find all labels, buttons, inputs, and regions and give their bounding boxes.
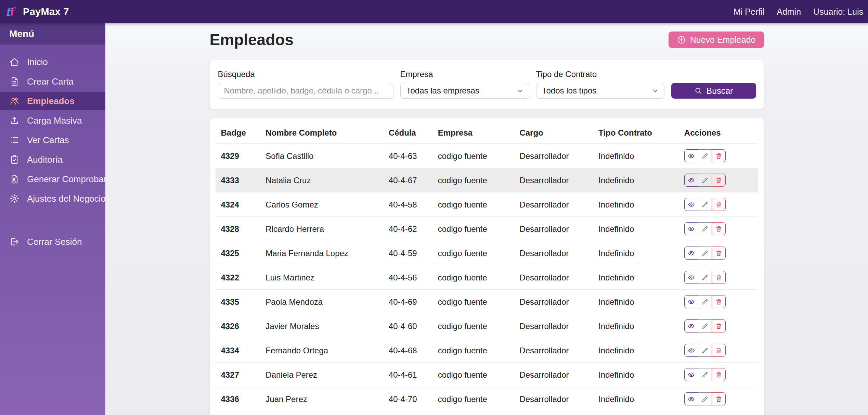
eye-icon [688, 347, 695, 354]
table-row: 4335Paola Mendoza40-4-69codigo fuenteDes… [216, 290, 758, 314]
cell-actions [679, 265, 758, 290]
sidebar-item-label: Generar Comprobantes [27, 174, 120, 185]
cell-cedula: 40-4-56 [383, 265, 432, 290]
cell-badge: 4324 [216, 192, 260, 217]
search-input[interactable] [218, 83, 393, 99]
edit-button[interactable] [698, 295, 712, 308]
cell-actions [679, 192, 758, 217]
delete-button[interactable] [712, 295, 726, 308]
cell-badge: 4334 [216, 338, 260, 363]
cell-contract: Indefinido [593, 387, 679, 411]
cell-contract: Indefinido [593, 290, 679, 314]
sidebar-item-generar-comprobantes[interactable]: Generar Comprobantes [0, 170, 105, 188]
view-button[interactable] [684, 344, 698, 357]
table-row: 4328Ricardo Herrera40-4-62codigo fuenteD… [216, 217, 758, 241]
topnav-admin[interactable]: Admin [777, 7, 801, 17]
trash-icon [715, 177, 722, 184]
eye-icon [688, 298, 695, 305]
delete-button[interactable] [712, 392, 726, 405]
sidebar-item-cerrar-sesion[interactable]: Cerrar Sesión [0, 233, 105, 251]
topnav-mi-perfil[interactable]: Mi Perfil [734, 7, 764, 17]
sidebar-item-ajustes-del-negocio[interactable]: Ajustes del Negocio [0, 190, 105, 208]
edit-button[interactable] [698, 174, 712, 187]
cell-actions [679, 387, 758, 411]
cell-name: Alejandro Ramirez [260, 411, 383, 415]
delete-button[interactable] [712, 271, 726, 284]
edit-button[interactable] [698, 392, 712, 405]
row-action-group [684, 392, 753, 405]
pencil-icon [701, 371, 709, 378]
search-button-label: Buscar [707, 86, 733, 96]
cell-contract: Indefinido [593, 192, 679, 217]
sidebar-divider [9, 223, 96, 223]
delete-button[interactable] [712, 222, 726, 235]
page-header: Empleados Nuevo Empleado [210, 30, 764, 49]
cell-company: codigo fuente [432, 314, 514, 338]
sidebar-item-empleados[interactable]: Empleados [0, 92, 105, 110]
edit-button[interactable] [698, 368, 712, 381]
cell-contract: Indefinido [593, 314, 679, 338]
view-button[interactable] [684, 198, 698, 211]
sidebar-item-crear-carta[interactable]: Crear Carta [0, 73, 105, 90]
cell-name: Juan Perez [260, 387, 383, 411]
chevron-down-icon [516, 87, 524, 95]
edit-button[interactable] [698, 247, 712, 260]
cell-company: codigo fuente [432, 363, 514, 387]
sidebar-item-inicio[interactable]: Inicio [0, 53, 105, 71]
view-button[interactable] [684, 174, 698, 187]
delete-button[interactable] [712, 198, 726, 211]
table-row: 4324Carlos Gomez40-4-58codigo fuenteDesa… [216, 192, 758, 217]
cell-badge: 4335 [216, 290, 260, 314]
edit-button[interactable] [698, 319, 712, 332]
edit-button[interactable] [698, 344, 712, 357]
pencil-icon [701, 395, 709, 403]
trash-icon [715, 274, 722, 281]
view-button[interactable] [684, 271, 698, 284]
sidebar-item-label: Cerrar Sesión [27, 237, 82, 247]
view-button[interactable] [684, 368, 698, 381]
table-row: 4329Sofia Castillo40-4-63codigo fuenteDe… [216, 144, 758, 168]
edit-button[interactable] [698, 198, 712, 211]
sidebar-item-ver-cartas[interactable]: Ver Cartas [0, 131, 105, 149]
edit-button[interactable] [698, 149, 712, 162]
view-button[interactable] [684, 392, 698, 405]
search-button[interactable]: Buscar [671, 83, 756, 99]
pencil-icon [701, 347, 709, 354]
cell-badge: 4328 [216, 217, 260, 241]
cell-cedula: 40-4-68 [383, 338, 432, 363]
list-icon [9, 135, 20, 145]
edit-button[interactable] [698, 271, 712, 284]
view-button[interactable] [684, 247, 698, 260]
cell-position: Desarrollador [514, 168, 593, 192]
topnav: Mi Perfil Admin Usuario: Luis [734, 7, 865, 17]
view-button[interactable] [684, 319, 698, 332]
row-action-group [684, 247, 753, 260]
sidebar-item-label: Ajustes del Negocio [27, 193, 106, 204]
delete-button[interactable] [712, 319, 726, 332]
eye-icon [688, 274, 695, 281]
eye-icon [688, 152, 695, 160]
sidebar-title: Menú [0, 23, 105, 45]
delete-button[interactable] [712, 174, 726, 187]
delete-button[interactable] [712, 344, 726, 357]
row-action-group [684, 344, 753, 357]
contract-select[interactable]: Todos los tipos [536, 83, 664, 99]
new-employee-button[interactable]: Nuevo Empleado [669, 32, 764, 48]
edit-button[interactable] [698, 222, 712, 235]
company-select[interactable]: Todas las empresas [400, 83, 529, 99]
view-button[interactable] [684, 295, 698, 308]
sidebar-item-carga-masiva[interactable]: Carga Masiva [0, 112, 105, 129]
cell-contract: Indefinido [593, 217, 679, 241]
delete-button[interactable] [712, 247, 726, 260]
table-row: 4322Luis Martinez40-4-56codigo fuenteDes… [216, 265, 758, 290]
view-button[interactable] [684, 149, 698, 162]
cell-contract: Indefinido [593, 338, 679, 363]
cell-name: Daniela Perez [260, 363, 383, 387]
sidebar-item-auditoria[interactable]: Auditoría [0, 151, 105, 168]
delete-button[interactable] [712, 368, 726, 381]
view-button[interactable] [684, 222, 698, 235]
cell-cedula: 40-4-66 [383, 411, 432, 415]
main-content: Empleados Nuevo Empleado Búsqueda Empres… [105, 23, 868, 415]
pdf-file-icon [9, 174, 20, 184]
delete-button[interactable] [712, 149, 726, 162]
